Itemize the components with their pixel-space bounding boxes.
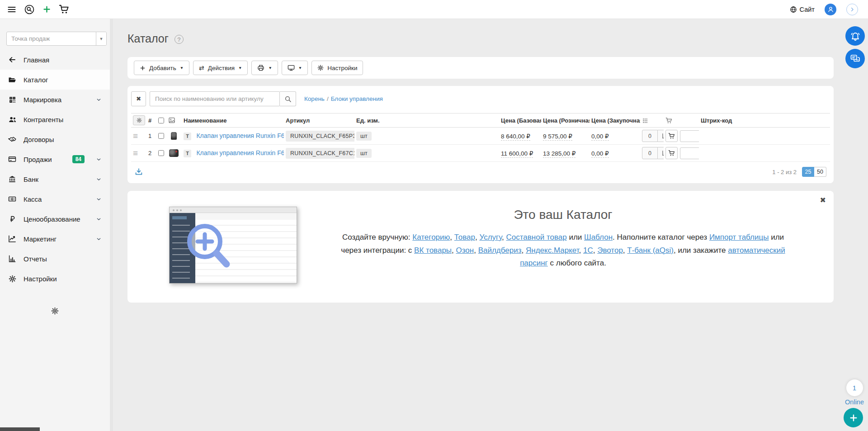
- barcode-cell: [699, 145, 830, 162]
- avatar[interactable]: [825, 4, 836, 15]
- notifications-fab[interactable]: [845, 26, 865, 46]
- sidebar-item-cashdesk[interactable]: Касса: [0, 189, 110, 209]
- arrow-left-icon: [8, 56, 17, 64]
- topbar-left-icons: [7, 4, 69, 15]
- info-link[interactable]: Импорт таблицы: [709, 233, 769, 242]
- product-thumbnail[interactable]: [168, 131, 179, 142]
- drag-handle[interactable]: ≡: [133, 148, 137, 158]
- sidebar-item-label: Маркировка: [24, 96, 89, 104]
- info-link[interactable]: Товар: [454, 233, 475, 242]
- info-link[interactable]: Шаблон: [584, 233, 613, 242]
- chat-fab[interactable]: [845, 49, 865, 68]
- info-link[interactable]: Озон: [456, 246, 474, 255]
- sidebar-item-contracts[interactable]: Договоры: [0, 129, 110, 149]
- info-link[interactable]: Яндекс.Маркет: [526, 246, 579, 255]
- product-name-link[interactable]: Клапан управления Runxin F65P3: [196, 132, 284, 139]
- site-button[interactable]: Сайт: [790, 6, 815, 13]
- info-link[interactable]: Эвотор: [597, 246, 623, 255]
- col-header-price-purchase: Цена (Закупочная): [590, 114, 640, 128]
- sidebar-item-reports[interactable]: Отчеты: [0, 249, 110, 269]
- sidebar-item-pricing[interactable]: Ценообразование: [0, 209, 110, 229]
- add-fab[interactable]: [844, 408, 863, 427]
- horizontal-scrollbar-thumb[interactable]: [0, 427, 40, 431]
- price-retail-value[interactable]: 13 285,00 ₽: [543, 150, 576, 158]
- product-thumbnail[interactable]: [168, 148, 179, 159]
- price-base-value[interactable]: 8 640,00 ₽: [501, 133, 530, 141]
- row-checkbox[interactable]: [158, 133, 164, 139]
- quick-add-icon[interactable]: [42, 5, 51, 14]
- sidebar-item-settings[interactable]: Настройки: [0, 269, 110, 289]
- settings-button[interactable]: Настройки: [311, 61, 363, 75]
- breadcrumb-current-link[interactable]: Блоки управления: [331, 95, 383, 102]
- info-link[interactable]: 1С: [583, 246, 593, 255]
- info-link[interactable]: Вайлдбериз: [478, 246, 522, 255]
- actions-icon: ⇄: [199, 64, 204, 71]
- sales-point-input[interactable]: [7, 32, 96, 45]
- price-base-value[interactable]: 11 600,00 ₽: [501, 150, 533, 158]
- cart-icon[interactable]: [59, 4, 69, 14]
- sidebar-item-marking[interactable]: Маркировка: [0, 90, 110, 109]
- breadcrumb-root-link[interactable]: Корень: [304, 95, 325, 102]
- col-header-name[interactable]: Наименование: [182, 114, 284, 128]
- sidebar-item-contractors[interactable]: Контрагенты: [0, 109, 110, 129]
- col-header-unit: Ед. изм.: [354, 114, 499, 128]
- help-icon[interactable]: ?: [175, 35, 184, 44]
- printer-icon: [257, 64, 264, 71]
- topbar-right: Сайт: [790, 4, 861, 15]
- drag-handle[interactable]: ≡: [133, 131, 137, 141]
- main-area: Каталог ? Добавить ▼ ⇄ Действия ▼ ▼ ▼: [113, 19, 868, 431]
- bar-chart-icon: [8, 255, 17, 263]
- row-checkbox[interactable]: [158, 150, 164, 156]
- sidebar-item-home[interactable]: Главная: [0, 50, 110, 70]
- sidebar-item-marketing[interactable]: Маркетинг: [0, 229, 110, 249]
- price-purchase-value[interactable]: 0,00 ₽: [591, 150, 609, 158]
- price-retail-value[interactable]: 9 575,00 ₽: [543, 133, 572, 141]
- stock-count-button[interactable]: 0: [642, 130, 658, 142]
- sidebar-item-sales[interactable]: Продажи 84: [0, 149, 110, 169]
- sales-point-select[interactable]: ▼: [6, 32, 107, 46]
- col-header-sku: Артикул: [284, 114, 354, 128]
- actions-button[interactable]: ⇄ Действия ▼: [193, 61, 248, 75]
- sidebar-collapse-gear[interactable]: [0, 307, 110, 315]
- info-link[interactable]: Категорию: [412, 233, 450, 242]
- price-purchase-value[interactable]: 0,00 ₽: [591, 133, 609, 141]
- info-link[interactable]: Составной товар: [506, 233, 567, 242]
- sidebar-scrollbar[interactable]: [110, 19, 113, 431]
- catalog-preview-image: [169, 207, 297, 284]
- clear-search-button[interactable]: ✖: [131, 91, 146, 106]
- column-settings-gear-button[interactable]: [133, 115, 145, 125]
- sidebar-item-catalog[interactable]: Каталог: [0, 70, 110, 90]
- sidebar-item-bank[interactable]: Банк: [0, 169, 110, 189]
- stock-count-button[interactable]: 0: [642, 147, 658, 159]
- page-size-25-button[interactable]: 25: [802, 167, 814, 177]
- print-button[interactable]: ▼: [251, 61, 278, 75]
- stock-chart-button[interactable]: [658, 147, 664, 159]
- online-count-badge[interactable]: 1: [846, 379, 863, 396]
- menu-icon[interactable]: [7, 5, 16, 14]
- select-all-checkbox[interactable]: [158, 118, 164, 123]
- info-link[interactable]: ВК товары: [414, 246, 452, 255]
- search-submit-button[interactable]: [280, 91, 296, 106]
- add-to-cart-button[interactable]: [665, 130, 678, 142]
- search-input[interactable]: [150, 91, 280, 106]
- gear-icon: [317, 65, 324, 71]
- sales-point-caret[interactable]: ▼: [96, 32, 106, 45]
- global-search-icon[interactable]: [24, 4, 35, 15]
- collapse-arrow-button[interactable]: [846, 4, 858, 15]
- page-title: Каталог: [127, 32, 169, 45]
- cart-qty-input[interactable]: [680, 130, 699, 142]
- display-button[interactable]: ▼: [282, 61, 308, 75]
- close-icon[interactable]: ✖: [820, 196, 826, 204]
- ruble-icon: [8, 215, 17, 223]
- page-size-50-button[interactable]: 50: [814, 167, 826, 177]
- stock-chart-button[interactable]: [658, 130, 664, 142]
- cart-qty-input[interactable]: [680, 147, 699, 159]
- add-button[interactable]: Добавить ▼: [134, 61, 189, 75]
- add-to-cart-button[interactable]: [665, 147, 678, 159]
- export-download-button[interactable]: [135, 168, 143, 176]
- info-link[interactable]: Т-банк (aQsi): [627, 246, 674, 255]
- product-name-link[interactable]: Клапан управления Runxin F67C1: [196, 149, 284, 156]
- info-link[interactable]: Услугу: [479, 233, 502, 242]
- globe-icon: [790, 6, 797, 13]
- download-icon: [135, 168, 143, 176]
